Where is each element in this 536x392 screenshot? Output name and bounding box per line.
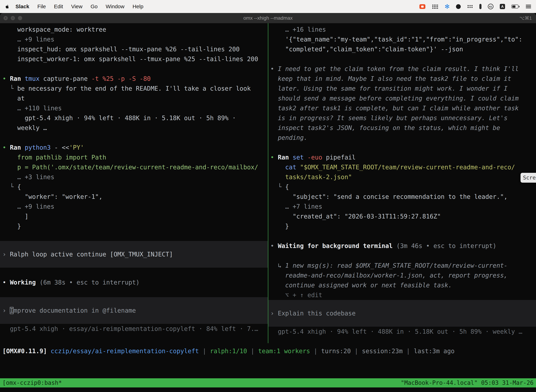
terminal-line: gpt-5.4 xhigh · essay/ai-reimplementatio… (0, 324, 268, 334)
terminal-block: … +16 lines '{"team_name":"my-team","tas… (268, 25, 536, 300)
terminal-line: inspect task2's JSON, focusing on the st… (268, 123, 536, 133)
dark-circle-icon[interactable] (456, 3, 461, 10)
terminal-line: › Explain this codebase (268, 308, 536, 318)
blue-asterisk-icon[interactable]: ✻ (445, 3, 450, 10)
right-input-prompt[interactable]: › Explain this codebase (268, 300, 536, 327)
terminal-line: … +3 lines (0, 172, 268, 182)
menu-items: SlackFileEditViewGoWindowHelp (11, 4, 147, 9)
terminal-line: └ { (268, 182, 536, 192)
terminal-line: └ be necessary for the end of the README… (0, 84, 268, 93)
terminal-line: ↳ 1 new msg(s): read $OMX_TEAM_STATE_ROO… (268, 261, 536, 271)
input-source-letter: A (500, 4, 505, 9)
terminal-line: "subject": "send a concise recommendatio… (268, 192, 536, 202)
menu-view[interactable]: View (67, 4, 86, 9)
terminal-line: … +110 lines (0, 103, 268, 113)
terminal-line: … +16 lines (268, 25, 536, 34)
terminal-line: › Improve documentation in @filename (0, 306, 268, 315)
terminal-line: tasks/task-2.json" (268, 172, 536, 182)
menu-file[interactable]: File (33, 4, 50, 9)
terminal-line (268, 231, 536, 241)
key-icon[interactable] (479, 3, 482, 10)
menu-slack[interactable]: Slack (11, 4, 33, 9)
terminal-line: workspace_mode: worktree (0, 25, 268, 34)
terminal-line: from pathlib import Path (0, 152, 268, 162)
terminal-line: • Working (6m 38s • esc to interrupt) (0, 277, 268, 287)
terminal-line: p = Path('.omx/state/team/review-current… (0, 162, 268, 172)
menu-lines-icon[interactable] (526, 3, 531, 10)
terminal-line: gpt-5.4 xhigh · 94% left · 488K in · 5.1… (0, 113, 268, 123)
terminal-line (268, 54, 536, 64)
ralph-loop-prompt[interactable]: › Ralph loop active continue [OMX_TMUX_I… (0, 241, 268, 268)
left-input-prompt[interactable]: › Improve documentation in @filename (0, 297, 268, 324)
apple-menu-icon[interactable] (5, 4, 10, 9)
terminal-line: pending. (268, 133, 536, 143)
menu-edit[interactable]: Edit (50, 4, 67, 9)
terminal-line (0, 287, 268, 297)
terminal-line: gpt-5.4 xhigh · 94% left · 488K in · 5.1… (268, 327, 536, 336)
bottom-strip (0, 387, 536, 392)
gauge-icon[interactable]: 61 (488, 3, 493, 10)
terminal-block: workspace_mode: worktree … +9 lines insp… (0, 25, 268, 241)
terminal-line: continue assigned work or next feasible … (268, 280, 536, 290)
terminal-line: inspect_worker-1: omx sparkshell --tmux-… (0, 54, 268, 64)
traffic-lights: × – (0, 16, 22, 20)
terminal-line: '{"team_name":"my-team","task_id":"1","f… (268, 34, 536, 44)
terminal-panes: workspace_mode: worktree … +9 lines insp… (0, 23, 536, 343)
dots-grid-icon[interactable] (467, 3, 473, 10)
terminal-line: inspect_hud: omx sparkshell --tmux-pane … (0, 44, 268, 54)
terminal-line: } (268, 221, 536, 231)
terminal-line: "created_at": "2026-03-31T11:59:27.816Z" (268, 211, 536, 221)
terminal-block: gpt-5.4 xhigh · essay/ai-reimplementatio… (0, 324, 268, 334)
menu-window[interactable]: Window (102, 4, 129, 9)
terminal-empty-space (0, 359, 536, 378)
terminal-line: later. Using the same for transition mig… (268, 84, 536, 93)
terminal-line: ] (0, 211, 268, 221)
screen-recording-icon[interactable] (419, 3, 425, 10)
window-title: omx --xhigh --madmax (0, 15, 536, 21)
terminal-line: "completed","claim_token":"claim-token"}… (268, 44, 536, 54)
terminal-line (0, 231, 268, 241)
terminal-line: at (0, 93, 268, 103)
terminal-line: } (0, 221, 268, 231)
terminal-line (0, 133, 268, 143)
screen-share-overlay: Scre (521, 173, 536, 183)
right-pane[interactable]: … +16 lines '{"team_name":"my-team","tas… (268, 23, 536, 343)
terminal-line: • Ran set -euo pipefail (268, 152, 536, 162)
terminal-line: readme-and-reco/mailbox/worker-1.json, a… (268, 271, 536, 280)
menubar: SlackFileEditViewGoWindowHelp ✻ 61 A (0, 0, 536, 13)
minimize-button[interactable]: – (11, 16, 15, 20)
terminal-line: › Ralph loop active continue [OMX_TMUX_I… (0, 249, 268, 259)
menu-go[interactable]: Go (86, 4, 102, 9)
terminal-line: "worker": "worker-1", (0, 192, 268, 202)
terminal-line: ⌥ + ↑ edit (268, 290, 536, 300)
terminal-line (268, 143, 536, 152)
tmux-host-clock: "MacBook-Pro-44.local" 05:03 31-Mar-26 (401, 378, 534, 387)
input-source-icon[interactable]: A (500, 3, 505, 10)
terminal-line: • Ran python3 - <<'PY' (0, 143, 268, 152)
terminal-line: should send a message before completing … (268, 93, 536, 103)
terminal-block: gpt-5.4 xhigh · 94% left · 488K in · 5.1… (268, 327, 536, 336)
terminal-line: └ { (0, 182, 268, 192)
terminal-line: … +7 lines (268, 202, 536, 211)
terminal-line (268, 251, 536, 261)
menubar-status-icons: ✻ 61 A (419, 3, 531, 10)
close-button[interactable]: × (4, 16, 8, 20)
tmux-session-label: [omx-cczip0:bash* (2, 378, 62, 387)
keyboard-grid-icon[interactable] (432, 3, 438, 10)
window-shortcut-hint: ⌥⌘1 (519, 15, 536, 21)
terminal-line: weekly … (0, 123, 268, 133)
zoom-button[interactable] (18, 16, 22, 20)
terminal-line: cat "$OMX_TEAM_STATE_ROOT/team/review-cu… (268, 162, 536, 172)
left-pane[interactable]: workspace_mode: worktree … +9 lines insp… (0, 23, 268, 343)
terminal-line: • Ran tmux capture-pane -t %25 -p -S -80 (0, 74, 268, 84)
terminal-line: • Waiting for background terminal (3m 46… (268, 241, 536, 251)
terminal-line: … +9 lines (0, 34, 268, 44)
gauge-value: 61 (488, 4, 493, 9)
terminal-line: • I need to get the claim token from the… (268, 64, 536, 74)
battery-icon[interactable] (511, 3, 519, 10)
terminal-line: keep that in mind. Maybe I also need the… (268, 74, 536, 84)
terminal-line (0, 268, 268, 277)
menu-help[interactable]: Help (129, 4, 148, 9)
window-titlebar[interactable]: × – omx --xhigh --madmax ⌥⌘1 (0, 13, 536, 23)
screen: SlackFileEditViewGoWindowHelp ✻ 61 A × – (0, 0, 536, 392)
